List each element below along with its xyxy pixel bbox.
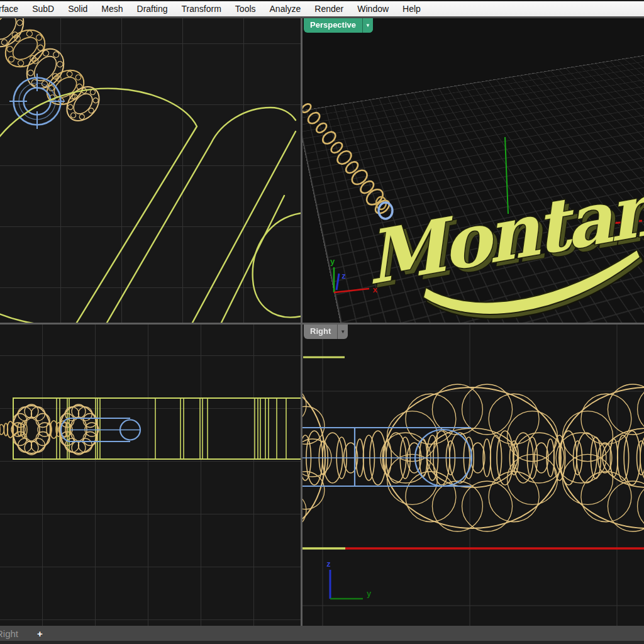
axis-label-x: x bbox=[373, 285, 378, 294]
viewport-top-plan[interactable] bbox=[0, 18, 301, 323]
axis-label-z: z bbox=[326, 559, 331, 569]
menu-item-mesh[interactable]: Mesh bbox=[94, 4, 130, 14]
window-bottom-strip bbox=[0, 641, 644, 644]
menu-item-surface-partial[interactable]: rface bbox=[0, 4, 25, 14]
add-viewport-button[interactable]: + bbox=[37, 628, 43, 639]
menu-item-transform[interactable]: Transform bbox=[175, 4, 228, 14]
viewport-splitter-vertical[interactable] bbox=[301, 18, 303, 626]
viewport-perspective[interactable]: Montana Montana y z x Perspective ▼ bbox=[303, 18, 644, 323]
right-canvas: z y bbox=[303, 325, 644, 626]
top-plan-canvas bbox=[0, 18, 301, 323]
viewport-tab-perspective[interactable]: Perspective ▼ bbox=[304, 18, 373, 33]
perspective-canvas: Montana Montana y z x bbox=[303, 18, 644, 323]
chevron-down-icon[interactable]: ▼ bbox=[362, 18, 373, 33]
front-canvas bbox=[0, 325, 301, 626]
viewport-tab-right[interactable]: Right ▼ bbox=[304, 325, 348, 339]
menu-bar: rface SubD Solid Mesh Drafting Transform… bbox=[0, 0, 644, 16]
menu-item-drafting[interactable]: Drafting bbox=[130, 4, 175, 14]
rhino-window: rface SubD Solid Mesh Drafting Transform… bbox=[0, 0, 644, 644]
bottom-tab-right[interactable]: Right bbox=[0, 628, 18, 639]
axis-label-y: y bbox=[330, 257, 335, 266]
menu-item-subd[interactable]: SubD bbox=[25, 4, 61, 14]
menu-item-help[interactable]: Help bbox=[396, 4, 428, 14]
bail-ring-wireframe bbox=[9, 74, 65, 129]
viewport-front-elevation[interactable] bbox=[0, 325, 301, 626]
viewport-tab-label[interactable]: Right bbox=[304, 325, 337, 339]
viewport-right[interactable]: z y Right ▼ bbox=[303, 325, 644, 626]
menu-item-render[interactable]: Render bbox=[308, 4, 350, 14]
chevron-down-icon[interactable]: ▼ bbox=[337, 325, 348, 339]
viewport-tab-bar: Right + bbox=[0, 626, 644, 641]
menu-item-analyze[interactable]: Analyze bbox=[263, 4, 308, 14]
menu-item-window[interactable]: Window bbox=[350, 4, 396, 14]
axis-label-z: z bbox=[341, 271, 346, 280]
menu-item-tools[interactable]: Tools bbox=[228, 4, 263, 14]
menu-item-solid[interactable]: Solid bbox=[61, 4, 94, 14]
pendant-3d: Montana Montana bbox=[363, 157, 644, 319]
axis-label-y: y bbox=[367, 589, 372, 598]
viewport-tab-label[interactable]: Perspective bbox=[304, 18, 362, 33]
axis-gizmo-right: z y bbox=[326, 559, 372, 599]
chain-link-torus-right-edge bbox=[556, 384, 644, 531]
